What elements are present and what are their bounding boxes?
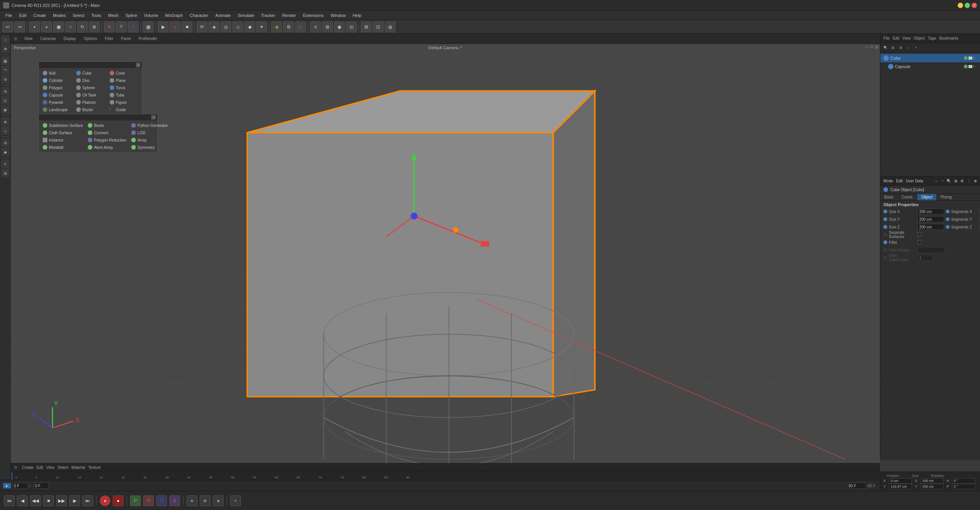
- menu-item-mograph[interactable]: MoGraph: [162, 12, 186, 18]
- om-header-bookmarks[interactable]: Bookmarks: [939, 36, 958, 40]
- redo-button[interactable]: ↪: [14, 22, 25, 32]
- menu-item-simulate[interactable]: Simulate: [235, 12, 257, 18]
- popup-item-disc[interactable]: Disc: [74, 77, 107, 84]
- tool-paint[interactable]: ◆: [1, 148, 10, 156]
- size-z-input[interactable]: [917, 224, 944, 230]
- popup-item-lod[interactable]: LOD: [129, 129, 170, 136]
- vp-tab-cameras[interactable]: Cameras: [37, 36, 59, 42]
- tool-5[interactable]: ◆: [244, 22, 255, 32]
- cube-visible-dot[interactable]: [964, 56, 968, 60]
- trans-key-all[interactable]: A: [169, 495, 180, 506]
- camera-btn[interactable]: ⊡: [373, 22, 384, 32]
- trans-to-end[interactable]: ⏭: [82, 495, 93, 506]
- menu-item-extensions[interactable]: Extensions: [300, 12, 327, 18]
- light-btn[interactable]: ◍: [385, 22, 396, 32]
- menu-item-spline[interactable]: Spline: [122, 12, 140, 18]
- menu-item-character[interactable]: Character: [187, 12, 211, 18]
- render-settings[interactable]: ⚙: [283, 22, 294, 32]
- props-extra2[interactable]: ⊕: [974, 179, 977, 183]
- props-edit[interactable]: Edit: [896, 179, 903, 183]
- om-header-view[interactable]: View: [902, 36, 911, 40]
- trans-extra-3[interactable]: ◈: [213, 495, 224, 506]
- tool-rotate[interactable]: ◎: [220, 22, 231, 32]
- popup-item-capsule[interactable]: Capsule: [40, 92, 73, 98]
- tool-nurbs[interactable]: ⊛: [1, 75, 10, 83]
- trans-timeline[interactable]: ≡: [230, 495, 241, 506]
- axis-x[interactable]: X: [104, 22, 115, 32]
- trans-record-auto[interactable]: ●: [100, 495, 110, 506]
- menu-item-select[interactable]: Select: [70, 12, 88, 18]
- trans-stop[interactable]: ■: [43, 495, 54, 506]
- close-button[interactable]: ✕: [972, 3, 977, 8]
- popup-item-metaball[interactable]: Metaball: [40, 144, 85, 151]
- timeline-marker[interactable]: ▶: [3, 483, 11, 488]
- bottom-menu-material[interactable]: Material: [72, 465, 85, 470]
- tool-spline[interactable]: 〜: [1, 66, 10, 74]
- menu-item-tracker[interactable]: Tracker: [258, 12, 279, 18]
- vp-tab-options[interactable]: Options: [81, 36, 100, 42]
- menu-item-edit[interactable]: Edit: [16, 12, 30, 18]
- popup-item-boole[interactable]: Boole: [85, 122, 129, 129]
- popup-item-null[interactable]: Null: [40, 70, 73, 77]
- bottom-menu-select[interactable]: Select: [58, 465, 68, 470]
- vp-icon-3[interactable]: ⊞: [875, 45, 878, 50]
- props-tab-object[interactable]: Object: [917, 194, 937, 200]
- snap-btn[interactable]: ⊞: [322, 22, 333, 32]
- popup-create-close[interactable]: ✕: [136, 63, 140, 67]
- tool-poly[interactable]: ▦: [1, 57, 10, 65]
- popup-item-python[interactable]: Python Generator: [129, 122, 170, 129]
- props-arrow-left[interactable]: ←: [935, 179, 938, 183]
- om-search[interactable]: 🔍: [882, 44, 889, 51]
- popup-item-platonic[interactable]: Platonic: [74, 99, 107, 106]
- props-arrow-up[interactable]: ↑: [942, 179, 943, 183]
- vp-tab-filter[interactable]: Filter: [102, 36, 116, 42]
- mode-add[interactable]: +: [41, 22, 52, 32]
- popup-item-polygon[interactable]: Polygon: [40, 84, 73, 91]
- render-btn[interactable]: ◈: [271, 22, 282, 32]
- sep-surf-checkbox[interactable]: [917, 232, 922, 237]
- props-extra[interactable]: ⋮: [967, 179, 971, 183]
- mode-arrows[interactable]: ⊕: [89, 22, 100, 32]
- tool-camera-lp[interactable]: ◎: [1, 96, 10, 105]
- tool-misc-2[interactable]: ⊞: [1, 169, 10, 177]
- fillet-subdiv-input[interactable]: [917, 255, 933, 261]
- props-search[interactable]: 🔍: [947, 179, 951, 183]
- tool-misc-1[interactable]: ≡: [1, 160, 10, 168]
- props-tab-phong[interactable]: Phong: [937, 194, 956, 200]
- popup-item-connect[interactable]: Connect: [85, 129, 129, 136]
- stop-btn[interactable]: ■: [182, 22, 192, 32]
- bottom-menu-create[interactable]: Create: [22, 465, 33, 470]
- props-filter[interactable]: ⊞: [954, 179, 957, 183]
- bottom-menu-edit[interactable]: Edit: [37, 465, 43, 470]
- trans-to-start[interactable]: ⏮: [4, 495, 15, 506]
- popup-item-cone[interactable]: Cone: [107, 70, 140, 77]
- trans-key-rot[interactable]: R: [143, 495, 154, 506]
- props-tab-coord[interactable]: Coord.: [898, 194, 917, 200]
- vp-icon-2[interactable]: ⟳: [870, 45, 873, 50]
- popup-item-cloth[interactable]: Cloth Surface: [40, 129, 85, 136]
- popup-item-oiltank[interactable]: Oil Tank: [74, 92, 107, 98]
- popup-item-atom[interactable]: Atom Array: [85, 144, 129, 151]
- mode-rotate[interactable]: ↻: [77, 22, 88, 32]
- capsule-visible-dot[interactable]: [964, 65, 968, 68]
- om-header-object[interactable]: Object: [914, 36, 925, 40]
- om-header-tags[interactable]: Tags: [928, 36, 936, 40]
- om-sort[interactable]: ↕: [905, 44, 912, 51]
- maximize-button[interactable]: □: [965, 3, 970, 8]
- extra-btn[interactable]: ◎: [346, 22, 357, 32]
- trans-play-fwd[interactable]: ▶▶: [56, 495, 67, 506]
- props-userdata[interactable]: User Data: [906, 179, 923, 183]
- trans-record[interactable]: ●: [113, 495, 124, 506]
- tool-sculpt[interactable]: ⊕: [1, 138, 10, 147]
- popup-item-tube[interactable]: Tube: [107, 92, 140, 98]
- vp-tab-display[interactable]: Display: [60, 36, 79, 42]
- capsule-enable-dot[interactable]: [968, 65, 972, 68]
- menu-item-mesh[interactable]: Mesh: [105, 12, 122, 18]
- menu-item-modes[interactable]: Modes: [50, 12, 69, 18]
- popup-item-polyred[interactable]: Polygon Reduction: [85, 137, 129, 143]
- frame-start-input[interactable]: [12, 483, 28, 489]
- axis-y[interactable]: Y: [116, 22, 127, 32]
- object-item-capsule[interactable]: Capsule ▷: [880, 62, 980, 71]
- display-btn[interactable]: ≡: [310, 22, 321, 32]
- frame-end-input[interactable]: [33, 483, 49, 489]
